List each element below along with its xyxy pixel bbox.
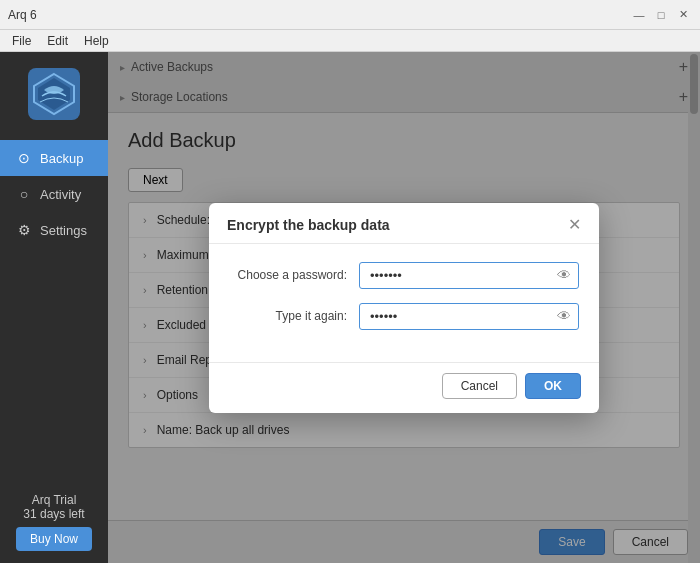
modal-footer: Cancel OK <box>209 362 599 413</box>
sidebar-item-settings[interactable]: ⚙ Settings <box>0 212 108 248</box>
confirm-password-input[interactable] <box>359 303 579 330</box>
password-field-row: Choose a password: 👁 <box>229 262 579 289</box>
modal-close-button[interactable]: ✕ <box>568 217 581 233</box>
modal-overlay: Encrypt the backup data ✕ Choose a passw… <box>108 52 700 563</box>
right-panel: ▸ Active Backups + ▸ Storage Locations +… <box>108 52 700 563</box>
sidebar-item-activity[interactable]: ○ Activity <box>0 176 108 212</box>
eye-icon-1[interactable]: 👁 <box>557 267 571 283</box>
sidebar-item-settings-label: Settings <box>40 223 87 238</box>
menu-edit[interactable]: Edit <box>39 32 76 50</box>
close-button[interactable]: ✕ <box>674 6 692 24</box>
sidebar-navigation: ⊙ Backup ○ Activity ⚙ Settings <box>0 140 108 248</box>
days-left: 31 days left <box>16 507 92 521</box>
modal-body: Choose a password: 👁 Type it again: 👁 <box>209 244 599 362</box>
menu-file[interactable]: File <box>4 32 39 50</box>
activity-icon: ○ <box>16 186 32 202</box>
maximize-button[interactable]: □ <box>652 6 670 24</box>
modal-cancel-button[interactable]: Cancel <box>442 373 517 399</box>
encrypt-modal: Encrypt the backup data ✕ Choose a passw… <box>209 203 599 413</box>
buy-now-button[interactable]: Buy Now <box>16 527 92 551</box>
sidebar-item-backup-label: Backup <box>40 151 83 166</box>
sidebar-item-activity-label: Activity <box>40 187 81 202</box>
modal-ok-button[interactable]: OK <box>525 373 581 399</box>
password-input[interactable] <box>359 262 579 289</box>
sidebar: ⊙ Backup ○ Activity ⚙ Settings Arq Trial… <box>0 52 108 563</box>
app-title: Arq 6 <box>8 8 37 22</box>
app-logo <box>28 68 80 120</box>
window-controls: — □ ✕ <box>630 6 692 24</box>
title-bar: Arq 6 — □ ✕ <box>0 0 700 30</box>
minimize-button[interactable]: — <box>630 6 648 24</box>
app-body: ⊙ Backup ○ Activity ⚙ Settings Arq Trial… <box>0 52 700 563</box>
modal-header: Encrypt the backup data ✕ <box>209 203 599 244</box>
title-bar-left: Arq 6 <box>8 8 37 22</box>
confirm-password-input-wrap: 👁 <box>359 303 579 330</box>
password-input-wrap: 👁 <box>359 262 579 289</box>
sidebar-bottom: Arq Trial 31 days left Buy Now <box>4 481 104 563</box>
menu-bar: File Edit Help <box>0 30 700 52</box>
backup-icon: ⊙ <box>16 150 32 166</box>
confirm-password-field-row: Type it again: 👁 <box>229 303 579 330</box>
modal-title: Encrypt the backup data <box>227 217 390 233</box>
settings-icon: ⚙ <box>16 222 32 238</box>
menu-help[interactable]: Help <box>76 32 117 50</box>
eye-icon-2[interactable]: 👁 <box>557 308 571 324</box>
sidebar-item-backup[interactable]: ⊙ Backup <box>0 140 108 176</box>
trial-text: Arq Trial <box>16 493 92 507</box>
confirm-password-label: Type it again: <box>229 309 359 323</box>
password-label: Choose a password: <box>229 268 359 282</box>
